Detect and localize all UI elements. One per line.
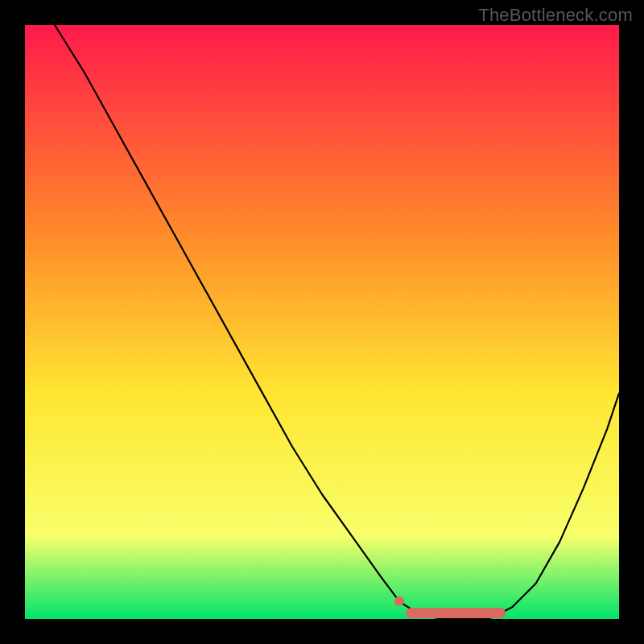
valley-dot-marker <box>394 597 404 606</box>
watermark-text: TheBottleneck.com <box>478 5 633 26</box>
plot-area <box>25 25 619 619</box>
chart-frame: TheBottleneck.com <box>0 0 644 644</box>
gradient-bg <box>25 25 619 619</box>
plot-svg <box>25 25 619 619</box>
